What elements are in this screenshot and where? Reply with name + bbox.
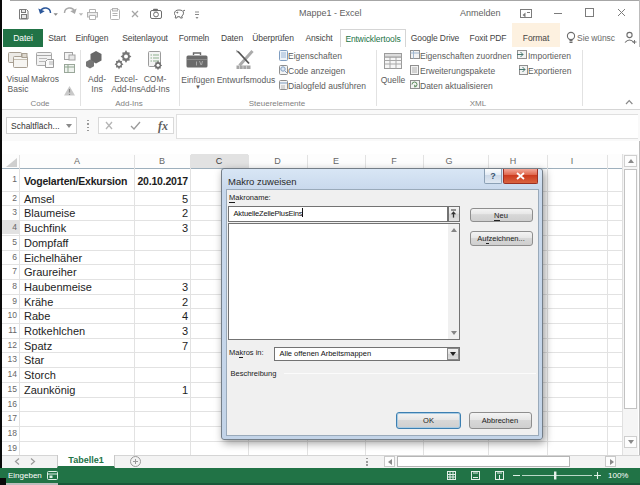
svg-text:fx: fx [158, 119, 168, 133]
